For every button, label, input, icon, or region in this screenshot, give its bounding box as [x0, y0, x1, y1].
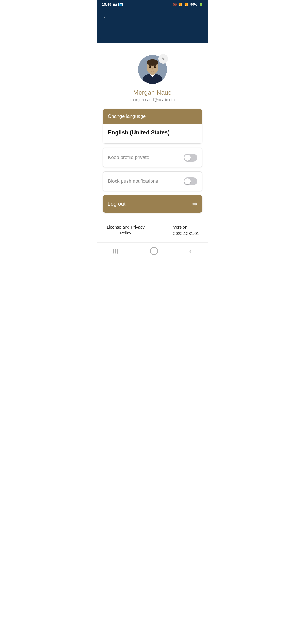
- version-info: Version: 2022.1231.01: [173, 224, 199, 237]
- svg-point-8: [154, 66, 156, 68]
- bottom-nav: ‹: [97, 242, 208, 261]
- language-card: Change language English (United States): [103, 109, 202, 144]
- edit-icon: ✎: [162, 57, 165, 61]
- profile-section: ✎ Morgan Naud morgan.naud@bealink.io: [97, 43, 208, 102]
- menu-nav-icon[interactable]: [113, 249, 118, 254]
- footer: License and Privacy Policy Version: 2022…: [97, 218, 208, 240]
- wifi-icon: 📶: [178, 3, 183, 6]
- mute-icon: 🔇: [173, 3, 177, 6]
- linkedin-icon: in: [118, 3, 123, 6]
- block-notifications-card: Block push notifications: [103, 171, 202, 191]
- svg-point-7: [149, 66, 151, 68]
- content-area: Change language English (United States) …: [97, 102, 208, 218]
- language-header-label: Change language: [108, 114, 146, 119]
- license-link[interactable]: License and Privacy Policy: [106, 224, 145, 236]
- status-bar: 10:49 🖼 in 🔇 📶 📶 90% 🔋: [97, 0, 208, 9]
- user-email: morgan.naud@bealink.io: [130, 97, 175, 102]
- svg-point-6: [147, 59, 158, 66]
- edit-avatar-button[interactable]: ✎: [158, 54, 168, 64]
- keep-private-label: Keep profile private: [108, 155, 149, 160]
- language-value[interactable]: English (United States): [108, 129, 197, 136]
- battery-icon: 🔋: [199, 3, 203, 6]
- language-body: English (United States): [103, 124, 202, 143]
- language-underline: [108, 139, 197, 139]
- header: ←: [97, 9, 208, 43]
- battery-text: 90%: [190, 3, 197, 6]
- language-header: Change language: [103, 109, 202, 124]
- home-nav-icon[interactable]: [150, 247, 158, 255]
- version-number: 2022.1231.01: [173, 230, 199, 237]
- user-name: Morgan Naud: [133, 89, 172, 96]
- logout-label: Log out: [108, 201, 125, 207]
- keep-private-toggle[interactable]: [184, 154, 197, 162]
- back-nav-icon[interactable]: ‹: [189, 247, 192, 255]
- status-time: 10:49: [102, 2, 111, 6]
- image-icon: 🖼: [113, 2, 117, 6]
- avatar-wrapper: ✎: [137, 54, 168, 85]
- version-label: Version:: [173, 224, 199, 230]
- status-bar-right: 🔇 📶 📶 90% 🔋: [173, 3, 203, 6]
- logout-button[interactable]: Log out ⇨: [103, 195, 202, 213]
- keep-private-card: Keep profile private: [103, 148, 202, 167]
- status-bar-left: 10:49 🖼 in: [102, 2, 123, 6]
- block-notifications-label: Block push notifications: [108, 179, 158, 184]
- block-notifications-toggle[interactable]: [184, 177, 197, 185]
- signal-icon: 📶: [184, 3, 189, 6]
- back-button[interactable]: ←: [103, 13, 109, 21]
- logout-icon: ⇨: [192, 200, 197, 208]
